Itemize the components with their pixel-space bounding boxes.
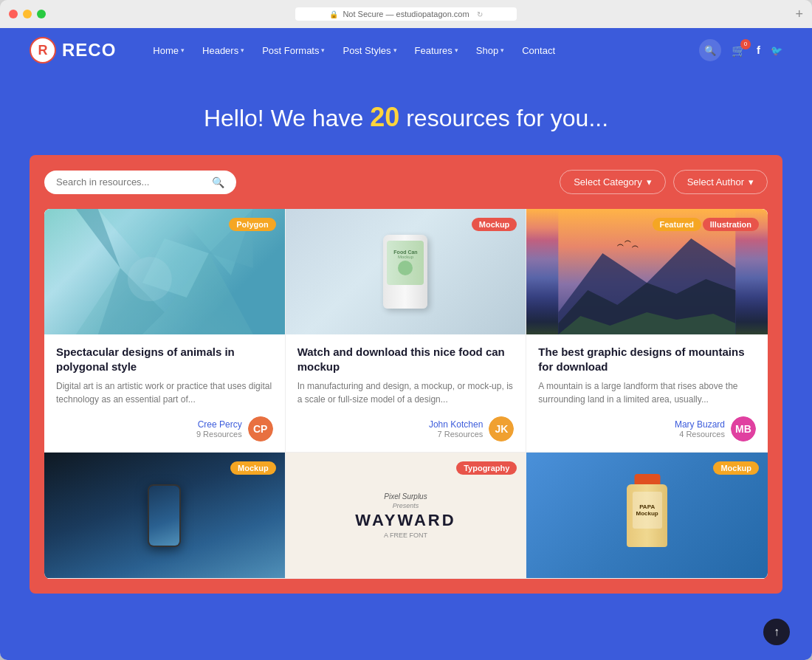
card-2-title[interactable]: Watch and download this nice food can mo…: [297, 345, 515, 374]
author-1-resources: 9 Resources: [196, 430, 242, 439]
chevron-down-icon: ▾: [455, 47, 458, 54]
author-2-avatar: JK: [489, 416, 514, 441]
nav-headers[interactable]: Headers ▾: [195, 41, 252, 61]
chevron-down-icon: ▾: [393, 47, 397, 54]
chevron-down-icon: ▾: [749, 176, 754, 188]
content-area: 🔍 Select Category ▾ Select Author ▾: [0, 155, 812, 660]
author-3-name[interactable]: Mary Buzard: [675, 419, 725, 430]
search-input[interactable]: [56, 176, 206, 188]
nav-post-styles[interactable]: Post Styles ▾: [335, 41, 404, 61]
card-3-description: A mountain is a large landform that rise…: [538, 379, 756, 406]
logo-name: RECO: [62, 40, 116, 61]
card-1-title[interactable]: Spectacular designs of animals in polygo…: [56, 345, 273, 374]
logo-letter: R: [38, 43, 48, 58]
chevron-down-icon: ▾: [647, 176, 652, 188]
arrow-up-icon: ↑: [774, 625, 780, 639]
close-button[interactable]: [9, 10, 18, 18]
titlebar: 🔒 Not Secure — estudiopatagon.com ↻ +: [0, 0, 812, 28]
nav-contact[interactable]: Contact: [515, 41, 562, 61]
card-1-body: Spectacular designs of animals in polygo…: [44, 334, 285, 452]
author-1-info: Cree Percy 9 Resources: [196, 419, 242, 439]
hero-number: 20: [370, 102, 399, 132]
card-1: Polygon Spectacular designs of animals i…: [44, 209, 286, 453]
hero-text-after: resources for you...: [399, 105, 608, 131]
author-3-avatar: MB: [731, 416, 756, 441]
svg-point-6: [128, 257, 172, 301]
card-2-body: Watch and download this nice food can mo…: [286, 334, 526, 452]
chevron-down-icon: ▾: [500, 47, 504, 54]
resources-box: 🔍 Select Category ▾ Select Author ▾: [30, 155, 782, 594]
card-6: PAPAMockup Mockup: [526, 453, 768, 579]
search-submit-icon[interactable]: 🔍: [212, 176, 224, 188]
nav-icons: 🔍 🛒 0 f 🐦: [699, 39, 782, 61]
card-6-image: PAPAMockup Mockup: [526, 453, 768, 578]
site-content: R RECO Home ▾ Headers ▾ Post Formats ▾: [0, 28, 812, 660]
scroll-to-top-button[interactable]: ↑: [763, 619, 790, 645]
card-2-description: In manufacturing and design, a mockup, o…: [297, 379, 515, 406]
url-bar[interactable]: 🔒 Not Secure — estudiopatagon.com ↻: [295, 7, 517, 21]
hero-text-before: Hello! We have: [204, 105, 370, 131]
hero-section: Hello! We have 20 resources for you...: [0, 72, 812, 155]
card-4-image: Mockup: [44, 453, 285, 578]
card-6-tag: Mockup: [713, 461, 759, 475]
hero-text: Hello! We have 20 resources for you...: [30, 102, 782, 133]
nav-home[interactable]: Home ▾: [145, 41, 192, 61]
cart-icon[interactable]: 🛒 0: [732, 44, 746, 58]
author-2-name[interactable]: John Kotchen: [429, 419, 483, 430]
phone-shape: [148, 484, 181, 547]
card-3: Featured Illustration The best graphic d…: [526, 209, 768, 453]
bottle-shape: PAPAMockup: [627, 484, 667, 547]
card-3-body: The best graphic designs of mountains fo…: [526, 334, 768, 452]
author-3-info: Mary Buzard 4 Resources: [675, 419, 725, 439]
card-3-tag1: Featured: [653, 218, 701, 231]
card-2-tag: Mockup: [472, 218, 517, 231]
author-2-resources: 7 Resources: [429, 430, 483, 439]
twitter-icon[interactable]: 🐦: [771, 44, 782, 57]
search-wrapper: 🔍: [44, 171, 236, 194]
category-select-button[interactable]: Select Category ▾: [560, 170, 666, 194]
logo[interactable]: R RECO: [30, 37, 116, 63]
browser-window: 🔒 Not Secure — estudiopatagon.com ↻ + R …: [0, 0, 812, 660]
url-text: Not Secure — estudiopatagon.com: [343, 10, 469, 18]
card-3-author: Mary Buzard 4 Resources MB: [538, 416, 756, 441]
author-3-resources: 4 Resources: [675, 430, 725, 439]
card-3-image: Featured Illustration: [526, 209, 768, 334]
chevron-down-icon: ▾: [181, 47, 185, 54]
card-1-tag: Polygon: [229, 218, 275, 231]
author-1-name[interactable]: Cree Percy: [196, 419, 242, 430]
card-1-image: Polygon: [44, 209, 285, 334]
card-1-author: Cree Percy 9 Resources CP: [56, 416, 273, 441]
card-2: Food Can Mockup Mockup: [286, 209, 527, 453]
card-5-image: Pixel Surplus Presents WAYWARD A FREE FO…: [286, 453, 526, 578]
filter-bar: 🔍 Select Category ▾ Select Author ▾: [44, 170, 768, 194]
author-2-info: John Kotchen 7 Resources: [429, 419, 483, 439]
nav-post-formats[interactable]: Post Formats ▾: [255, 41, 332, 61]
logo-icon: R: [30, 37, 56, 63]
nav-shop[interactable]: Shop ▾: [469, 41, 512, 61]
author-1-avatar: CP: [248, 416, 273, 441]
main-nav: Home ▾ Headers ▾ Post Formats ▾ Post Sty…: [145, 41, 699, 61]
card-4-tag: Mockup: [230, 461, 276, 475]
chevron-down-icon: ▾: [321, 47, 325, 54]
card-2-image: Food Can Mockup Mockup: [286, 209, 526, 334]
card-1-description: Digital art is an artistic work or pract…: [56, 379, 273, 406]
card-5-tag: Typography: [456, 461, 517, 475]
cart-badge: 0: [740, 39, 751, 49]
site-header: R RECO Home ▾ Headers ▾ Post Formats ▾: [0, 28, 812, 72]
facebook-icon[interactable]: f: [757, 44, 760, 57]
nav-features[interactable]: Features ▾: [407, 41, 466, 61]
maximize-button[interactable]: [37, 10, 46, 18]
traffic-lights: [9, 10, 46, 18]
minimize-button[interactable]: [23, 10, 32, 18]
card-5: Pixel Surplus Presents WAYWARD A FREE FO…: [286, 453, 527, 579]
card-3-tag2: Illustration: [703, 218, 759, 231]
author-select-button[interactable]: Select Author ▾: [673, 170, 768, 194]
can-shape: Food Can Mockup: [383, 235, 427, 309]
cards-grid: Polygon Spectacular designs of animals i…: [44, 209, 768, 579]
card-4: Mockup: [44, 453, 286, 579]
new-tab-button[interactable]: +: [795, 7, 803, 22]
search-icon[interactable]: 🔍: [699, 39, 721, 61]
card-2-author: John Kotchen 7 Resources JK: [297, 416, 515, 441]
chevron-down-icon: ▾: [241, 47, 244, 54]
card-3-title[interactable]: The best graphic designs of mountains fo…: [538, 345, 756, 374]
